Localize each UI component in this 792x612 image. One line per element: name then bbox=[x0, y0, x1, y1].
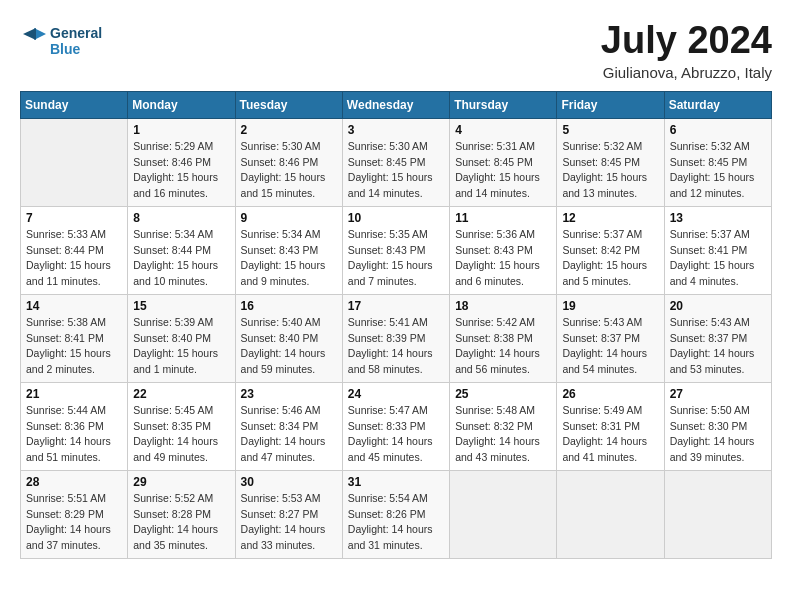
week-row-2: 7Sunrise: 5:33 AMSunset: 8:44 PMDaylight… bbox=[21, 206, 772, 294]
daylight-text: Daylight: 14 hours and 51 minutes. bbox=[26, 434, 122, 466]
sunset-text: Sunset: 8:41 PM bbox=[670, 243, 766, 259]
calendar-cell: 19Sunrise: 5:43 AMSunset: 8:37 PMDayligh… bbox=[557, 294, 664, 382]
daylight-text: Daylight: 15 hours and 14 minutes. bbox=[348, 170, 444, 202]
daylight-text: Daylight: 14 hours and 41 minutes. bbox=[562, 434, 658, 466]
sunrise-text: Sunrise: 5:44 AM bbox=[26, 403, 122, 419]
calendar-cell: 18Sunrise: 5:42 AMSunset: 8:38 PMDayligh… bbox=[450, 294, 557, 382]
day-number: 29 bbox=[133, 475, 229, 489]
sunrise-text: Sunrise: 5:39 AM bbox=[133, 315, 229, 331]
calendar-cell: 21Sunrise: 5:44 AMSunset: 8:36 PMDayligh… bbox=[21, 382, 128, 470]
calendar-cell: 12Sunrise: 5:37 AMSunset: 8:42 PMDayligh… bbox=[557, 206, 664, 294]
day-number: 20 bbox=[670, 299, 766, 313]
calendar-cell: 3Sunrise: 5:30 AMSunset: 8:45 PMDaylight… bbox=[342, 118, 449, 206]
header-day-friday: Friday bbox=[557, 91, 664, 118]
sunrise-text: Sunrise: 5:37 AM bbox=[670, 227, 766, 243]
calendar-cell: 1Sunrise: 5:29 AMSunset: 8:46 PMDaylight… bbox=[128, 118, 235, 206]
daylight-text: Daylight: 14 hours and 49 minutes. bbox=[133, 434, 229, 466]
daylight-text: Daylight: 14 hours and 56 minutes. bbox=[455, 346, 551, 378]
day-info: Sunrise: 5:43 AMSunset: 8:37 PMDaylight:… bbox=[670, 315, 766, 378]
week-row-1: 1Sunrise: 5:29 AMSunset: 8:46 PMDaylight… bbox=[21, 118, 772, 206]
calendar-cell bbox=[557, 470, 664, 558]
sunrise-text: Sunrise: 5:30 AM bbox=[241, 139, 337, 155]
calendar-cell: 17Sunrise: 5:41 AMSunset: 8:39 PMDayligh… bbox=[342, 294, 449, 382]
sunset-text: Sunset: 8:45 PM bbox=[562, 155, 658, 171]
sunset-text: Sunset: 8:45 PM bbox=[348, 155, 444, 171]
sunrise-text: Sunrise: 5:50 AM bbox=[670, 403, 766, 419]
day-info: Sunrise: 5:31 AMSunset: 8:45 PMDaylight:… bbox=[455, 139, 551, 202]
day-number: 10 bbox=[348, 211, 444, 225]
day-info: Sunrise: 5:42 AMSunset: 8:38 PMDaylight:… bbox=[455, 315, 551, 378]
daylight-text: Daylight: 14 hours and 35 minutes. bbox=[133, 522, 229, 554]
sunset-text: Sunset: 8:43 PM bbox=[241, 243, 337, 259]
daylight-text: Daylight: 15 hours and 15 minutes. bbox=[241, 170, 337, 202]
day-info: Sunrise: 5:41 AMSunset: 8:39 PMDaylight:… bbox=[348, 315, 444, 378]
day-info: Sunrise: 5:40 AMSunset: 8:40 PMDaylight:… bbox=[241, 315, 337, 378]
day-info: Sunrise: 5:39 AMSunset: 8:40 PMDaylight:… bbox=[133, 315, 229, 378]
daylight-text: Daylight: 14 hours and 33 minutes. bbox=[241, 522, 337, 554]
day-info: Sunrise: 5:38 AMSunset: 8:41 PMDaylight:… bbox=[26, 315, 122, 378]
calendar-cell: 4Sunrise: 5:31 AMSunset: 8:45 PMDaylight… bbox=[450, 118, 557, 206]
daylight-text: Daylight: 15 hours and 10 minutes. bbox=[133, 258, 229, 290]
calendar-cell: 22Sunrise: 5:45 AMSunset: 8:35 PMDayligh… bbox=[128, 382, 235, 470]
sunset-text: Sunset: 8:45 PM bbox=[455, 155, 551, 171]
sunrise-text: Sunrise: 5:34 AM bbox=[241, 227, 337, 243]
calendar-cell: 25Sunrise: 5:48 AMSunset: 8:32 PMDayligh… bbox=[450, 382, 557, 470]
sunset-text: Sunset: 8:30 PM bbox=[670, 419, 766, 435]
daylight-text: Daylight: 14 hours and 47 minutes. bbox=[241, 434, 337, 466]
sunrise-text: Sunrise: 5:46 AM bbox=[241, 403, 337, 419]
sunset-text: Sunset: 8:37 PM bbox=[562, 331, 658, 347]
daylight-text: Daylight: 15 hours and 11 minutes. bbox=[26, 258, 122, 290]
day-info: Sunrise: 5:49 AMSunset: 8:31 PMDaylight:… bbox=[562, 403, 658, 466]
day-info: Sunrise: 5:32 AMSunset: 8:45 PMDaylight:… bbox=[670, 139, 766, 202]
daylight-text: Daylight: 14 hours and 53 minutes. bbox=[670, 346, 766, 378]
day-number: 27 bbox=[670, 387, 766, 401]
sunrise-text: Sunrise: 5:33 AM bbox=[26, 227, 122, 243]
location: Giulianova, Abruzzo, Italy bbox=[601, 64, 772, 81]
day-number: 4 bbox=[455, 123, 551, 137]
sunset-text: Sunset: 8:36 PM bbox=[26, 419, 122, 435]
daylight-text: Daylight: 15 hours and 6 minutes. bbox=[455, 258, 551, 290]
week-row-4: 21Sunrise: 5:44 AMSunset: 8:36 PMDayligh… bbox=[21, 382, 772, 470]
day-info: Sunrise: 5:32 AMSunset: 8:45 PMDaylight:… bbox=[562, 139, 658, 202]
sunset-text: Sunset: 8:38 PM bbox=[455, 331, 551, 347]
sunrise-text: Sunrise: 5:41 AM bbox=[348, 315, 444, 331]
day-number: 31 bbox=[348, 475, 444, 489]
sunrise-text: Sunrise: 5:29 AM bbox=[133, 139, 229, 155]
day-info: Sunrise: 5:45 AMSunset: 8:35 PMDaylight:… bbox=[133, 403, 229, 466]
calendar-cell: 15Sunrise: 5:39 AMSunset: 8:40 PMDayligh… bbox=[128, 294, 235, 382]
sunset-text: Sunset: 8:32 PM bbox=[455, 419, 551, 435]
sunrise-text: Sunrise: 5:49 AM bbox=[562, 403, 658, 419]
calendar-cell: 7Sunrise: 5:33 AMSunset: 8:44 PMDaylight… bbox=[21, 206, 128, 294]
calendar-cell: 13Sunrise: 5:37 AMSunset: 8:41 PMDayligh… bbox=[664, 206, 771, 294]
daylight-text: Daylight: 15 hours and 9 minutes. bbox=[241, 258, 337, 290]
header-day-thursday: Thursday bbox=[450, 91, 557, 118]
daylight-text: Daylight: 15 hours and 14 minutes. bbox=[455, 170, 551, 202]
day-number: 7 bbox=[26, 211, 122, 225]
day-number: 8 bbox=[133, 211, 229, 225]
calendar-cell: 30Sunrise: 5:53 AMSunset: 8:27 PMDayligh… bbox=[235, 470, 342, 558]
sunset-text: Sunset: 8:43 PM bbox=[455, 243, 551, 259]
day-info: Sunrise: 5:37 AMSunset: 8:42 PMDaylight:… bbox=[562, 227, 658, 290]
calendar-cell: 9Sunrise: 5:34 AMSunset: 8:43 PMDaylight… bbox=[235, 206, 342, 294]
day-info: Sunrise: 5:46 AMSunset: 8:34 PMDaylight:… bbox=[241, 403, 337, 466]
sunset-text: Sunset: 8:46 PM bbox=[133, 155, 229, 171]
sunset-text: Sunset: 8:41 PM bbox=[26, 331, 122, 347]
day-info: Sunrise: 5:37 AMSunset: 8:41 PMDaylight:… bbox=[670, 227, 766, 290]
sunrise-text: Sunrise: 5:34 AM bbox=[133, 227, 229, 243]
day-info: Sunrise: 5:36 AMSunset: 8:43 PMDaylight:… bbox=[455, 227, 551, 290]
sunrise-text: Sunrise: 5:32 AM bbox=[562, 139, 658, 155]
sunset-text: Sunset: 8:34 PM bbox=[241, 419, 337, 435]
day-info: Sunrise: 5:51 AMSunset: 8:29 PMDaylight:… bbox=[26, 491, 122, 554]
sunrise-text: Sunrise: 5:43 AM bbox=[670, 315, 766, 331]
day-info: Sunrise: 5:30 AMSunset: 8:45 PMDaylight:… bbox=[348, 139, 444, 202]
calendar-cell: 23Sunrise: 5:46 AMSunset: 8:34 PMDayligh… bbox=[235, 382, 342, 470]
calendar-cell: 8Sunrise: 5:34 AMSunset: 8:44 PMDaylight… bbox=[128, 206, 235, 294]
sunset-text: Sunset: 8:43 PM bbox=[348, 243, 444, 259]
day-info: Sunrise: 5:54 AMSunset: 8:26 PMDaylight:… bbox=[348, 491, 444, 554]
daylight-text: Daylight: 15 hours and 4 minutes. bbox=[670, 258, 766, 290]
sunrise-text: Sunrise: 5:36 AM bbox=[455, 227, 551, 243]
calendar-cell bbox=[664, 470, 771, 558]
day-info: Sunrise: 5:47 AMSunset: 8:33 PMDaylight:… bbox=[348, 403, 444, 466]
week-row-3: 14Sunrise: 5:38 AMSunset: 8:41 PMDayligh… bbox=[21, 294, 772, 382]
sunset-text: Sunset: 8:26 PM bbox=[348, 507, 444, 523]
